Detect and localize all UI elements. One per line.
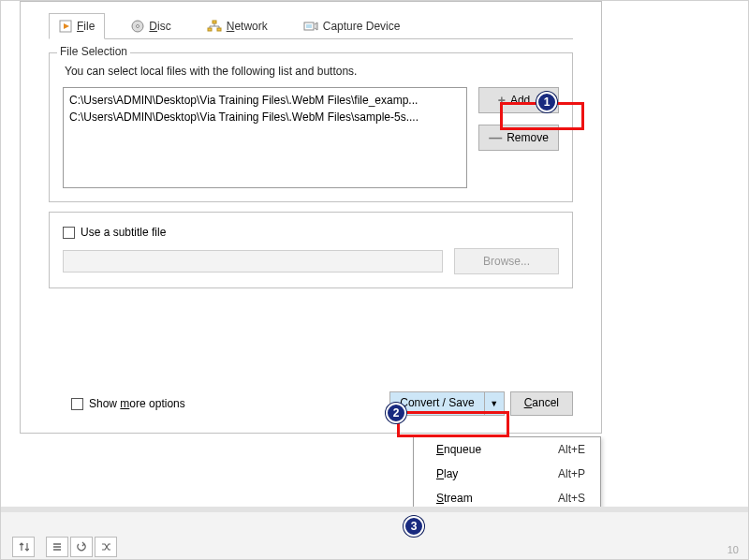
svg-marker-1 bbox=[64, 23, 69, 29]
tab-file[interactable]: File bbox=[49, 13, 105, 39]
list-item[interactable]: C:\Users\ADMIN\Desktop\Via Training File… bbox=[69, 109, 461, 125]
annotation-badge-2: 2 bbox=[386, 403, 406, 423]
subtitle-checkbox-label: Use a subtitle file bbox=[81, 226, 166, 239]
disc-icon bbox=[131, 20, 144, 33]
toolbar-shuffle-button[interactable] bbox=[95, 537, 117, 557]
toolbar-list-button[interactable] bbox=[46, 537, 68, 557]
tab-disc[interactable]: Disc bbox=[122, 14, 180, 38]
cancel-button[interactable]: Cancel bbox=[510, 391, 573, 416]
chevron-down-icon: ▼ bbox=[490, 399, 498, 408]
svg-rect-0 bbox=[60, 21, 71, 32]
tab-disc-label: Disc bbox=[149, 20, 170, 33]
subtitle-checkbox[interactable] bbox=[63, 227, 75, 239]
tab-network-label: Network bbox=[227, 20, 268, 33]
tab-network[interactable]: Network bbox=[198, 14, 277, 38]
list-item[interactable]: C:\Users\ADMIN\Desktop\Via Training File… bbox=[69, 92, 461, 109]
tab-file-label: File bbox=[77, 20, 95, 33]
toolbar-loop-button[interactable] bbox=[70, 537, 93, 557]
minus-icon: — bbox=[489, 131, 502, 144]
page-number: 10 bbox=[727, 544, 739, 555]
svg-rect-6 bbox=[217, 28, 221, 31]
svg-rect-8 bbox=[306, 24, 312, 28]
network-icon bbox=[207, 20, 222, 33]
file-selection-help: You can select local files with the foll… bbox=[65, 65, 557, 78]
tab-capture-label: Capture Device bbox=[323, 20, 401, 33]
tab-bar: File Disc Network Capture Device bbox=[21, 2, 601, 38]
svg-rect-7 bbox=[304, 22, 314, 30]
menu-item-play[interactable]: Play Alt+P bbox=[414, 462, 600, 486]
toolbar-button[interactable] bbox=[12, 537, 35, 557]
file-selection-legend: File Selection bbox=[57, 45, 130, 58]
show-more-label: Show more options bbox=[89, 397, 185, 410]
subtitle-path-input bbox=[63, 250, 443, 273]
browse-button: Browse... bbox=[454, 248, 559, 274]
svg-rect-5 bbox=[208, 28, 212, 31]
capture-device-icon bbox=[303, 20, 318, 33]
remove-button[interactable]: — Remove bbox=[478, 125, 559, 151]
annotation-badge-1: 1 bbox=[536, 92, 557, 112]
file-listbox[interactable]: C:\Users\ADMIN\Desktop\Via Training File… bbox=[63, 87, 467, 188]
plus-icon: + bbox=[498, 94, 506, 107]
file-icon bbox=[59, 20, 72, 33]
convert-save-button[interactable]: Convert / Save ▼ bbox=[389, 391, 504, 416]
svg-point-3 bbox=[137, 25, 140, 28]
file-selection-group: File Selection You can select local file… bbox=[49, 52, 573, 202]
subtitle-group: Use a subtitle file Browse... bbox=[49, 212, 573, 288]
menu-item-enqueue[interactable]: Enqueue Alt+E bbox=[414, 437, 600, 462]
svg-rect-4 bbox=[213, 21, 216, 23]
convert-save-dropdown[interactable]: ▼ bbox=[485, 392, 504, 415]
show-more-checkbox[interactable] bbox=[71, 398, 83, 410]
annotation-badge-3: 3 bbox=[404, 516, 424, 537]
svg-point-2 bbox=[132, 21, 143, 32]
tab-capture[interactable]: Capture Device bbox=[294, 14, 410, 38]
toolbar-strip: 10 bbox=[1, 507, 748, 559]
